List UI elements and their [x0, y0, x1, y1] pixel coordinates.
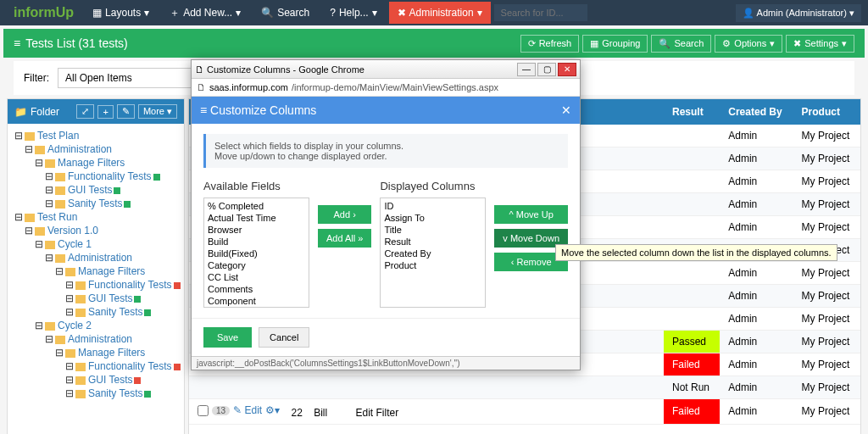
tree-item[interactable]: ⊟Test Run: [11, 210, 181, 224]
list-item[interactable]: Creation Date: [208, 307, 305, 308]
list-item[interactable]: Actual Test Time: [208, 212, 305, 224]
displayed-columns-list[interactable]: IDAssign ToTitleResultCreated ByProduct: [380, 198, 486, 308]
nav-layouts[interactable]: ▦ Layouts ▾: [84, 2, 158, 24]
list-item[interactable]: Browser: [208, 224, 305, 236]
cell-created-by: Admin: [720, 125, 793, 147]
tree-item[interactable]: ⊟Administration: [11, 332, 181, 346]
list-item[interactable]: Product: [384, 259, 481, 271]
search-button[interactable]: 🔍 Search: [651, 35, 711, 53]
row-checkbox[interactable]: [198, 405, 209, 416]
window-close-button[interactable]: ✕: [558, 63, 576, 76]
cell-result: [664, 285, 720, 308]
nav-search[interactable]: 🔍 Search: [253, 2, 318, 24]
hamburger-icon[interactable]: ≡: [14, 36, 20, 50]
folder-edit-button[interactable]: ✎: [117, 104, 135, 119]
cancel-button[interactable]: Cancel: [259, 327, 309, 348]
tree-item[interactable]: ⊟Administration: [11, 142, 181, 156]
tree-item[interactable]: ⊟Cycle 1: [11, 237, 181, 251]
tree-item[interactable]: ⊟Manage Filters: [11, 346, 181, 359]
folder-more-button[interactable]: More ▾: [138, 104, 177, 119]
folder-panel: 📁 Folder ⤢ + ✎ More ▾ ⊟Test Plan⊟Adminis…: [7, 98, 185, 434]
options-button[interactable]: ⚙ Options ▾: [715, 35, 782, 53]
list-item[interactable]: Component: [208, 295, 305, 307]
list-item[interactable]: Build: [208, 236, 305, 248]
list-item[interactable]: Comments: [208, 283, 305, 295]
search-id-input[interactable]: [494, 4, 587, 21]
tree-item[interactable]: ⊟Functionality Tests: [11, 170, 181, 183]
add-button[interactable]: Add ›: [318, 205, 371, 224]
top-nav: informUp ▦ Layouts ▾ ＋ Add New... ▾ 🔍 Se…: [0, 0, 868, 25]
gear-icon[interactable]: ⚙▾: [265, 404, 280, 416]
tree-item[interactable]: ⊟Sanity Tests: [11, 387, 181, 400]
nav-administration[interactable]: ✖ Administration ▾: [389, 2, 491, 24]
add-all-button[interactable]: Add All »: [318, 229, 371, 248]
cell-created-by: Admin: [720, 399, 793, 425]
window-maximize-button[interactable]: ▢: [537, 63, 556, 76]
table-row[interactable]: Not RunAdminMy Project: [189, 376, 860, 399]
list-item[interactable]: Created By: [384, 248, 481, 259]
list-item[interactable]: Category: [208, 259, 305, 271]
tree-item[interactable]: ⊟GUI Tests: [11, 373, 181, 387]
settings-button[interactable]: ✖ Settings ▾: [786, 35, 854, 53]
filter-input[interactable]: [58, 68, 202, 88]
list-item[interactable]: Assign To: [384, 212, 481, 224]
tree-item[interactable]: ⊟Test Plan: [11, 129, 181, 142]
tree-item[interactable]: ⊟Manage Filters: [11, 156, 181, 170]
tree-item[interactable]: ⊟Sanity Tests: [11, 197, 181, 210]
available-fields-label: Available Fields: [203, 180, 309, 192]
tree-item[interactable]: ⊟Administration: [11, 251, 181, 264]
dialog-close-icon[interactable]: ✕: [561, 103, 571, 117]
cell-product: My Project: [793, 193, 860, 216]
grouping-button[interactable]: ▦ Grouping: [582, 35, 648, 53]
col-product[interactable]: Product: [793, 99, 860, 125]
list-item[interactable]: Title: [384, 224, 481, 236]
tree-item[interactable]: ⊟GUI Tests: [11, 183, 181, 197]
list-item[interactable]: Build(Fixed): [208, 248, 305, 259]
cell-created-by: Admin: [720, 331, 793, 353]
save-button[interactable]: Save: [203, 327, 252, 348]
cell-result: [664, 216, 720, 239]
cell-product: My Project: [793, 147, 860, 170]
window-titlebar[interactable]: 🗋 Customize Columns - Google Chrome — ▢ …: [192, 60, 580, 79]
tree-item[interactable]: ⊟Functionality Tests: [11, 278, 181, 292]
cell-product: My Project: [793, 170, 860, 193]
cell-result: [664, 170, 720, 193]
col-result[interactable]: Result: [664, 99, 720, 125]
folder-expand-button[interactable]: ⤢: [76, 104, 94, 119]
tree-item[interactable]: ⊟Cycle 2: [11, 319, 181, 332]
move-up-button[interactable]: ^ Move Up: [494, 205, 568, 224]
cell-result: Passed: [664, 331, 720, 353]
dialog-title: Customize Columns: [210, 103, 316, 117]
tree-item[interactable]: ⊟Sanity Tests: [11, 305, 181, 319]
cell-created-by: Admin: [720, 376, 793, 399]
customize-columns-window: 🗋 Customize Columns - Google Chrome — ▢ …: [191, 59, 581, 370]
user-menu[interactable]: 👤 Admin (Administrator) ▾: [736, 4, 861, 22]
displayed-columns-label: Displayed Columns: [380, 180, 486, 192]
cell-result: [664, 147, 720, 170]
list-item[interactable]: CC List: [208, 271, 305, 283]
window-minimize-button[interactable]: —: [517, 63, 536, 76]
refresh-button[interactable]: ⟳ Refresh: [520, 35, 580, 53]
tree-item[interactable]: ⊟Manage Filters: [11, 264, 181, 278]
tree-item[interactable]: ⊟GUI Tests: [11, 292, 181, 305]
nav-add-new[interactable]: ＋ Add New... ▾: [161, 1, 249, 25]
cell-product: My Project: [793, 308, 860, 331]
tree-item[interactable]: ⊟Functionality Tests: [11, 359, 181, 373]
cell-created-by: Admin: [720, 285, 793, 308]
cell-result: Failed: [664, 353, 720, 376]
nav-help[interactable]: ? Help... ▾: [321, 2, 385, 24]
list-item[interactable]: Result: [384, 236, 481, 248]
table-row[interactable]: 13 ✎ Edit ⚙▾ 22 Bill Edit FilterFailedAd…: [189, 399, 860, 425]
url-bar[interactable]: 🗋 saas.informup.com/informup-demo/MainVi…: [192, 79, 580, 97]
folder-icon: 📁: [14, 106, 27, 118]
filter-label: Filter:: [24, 72, 49, 84]
col-created-by[interactable]: Created By: [720, 99, 793, 125]
folder-title: Folder: [31, 106, 59, 118]
available-fields-list[interactable]: % CompletedActual Test TimeBrowserBuildB…: [203, 198, 309, 308]
cell-created-by: Admin: [720, 193, 793, 216]
list-item[interactable]: ID: [384, 200, 481, 212]
list-item[interactable]: % Completed: [208, 200, 305, 212]
folder-add-button[interactable]: +: [97, 105, 113, 119]
cell-product: My Project: [793, 216, 860, 239]
tree-item[interactable]: ⊟Version 1.0: [11, 224, 181, 237]
